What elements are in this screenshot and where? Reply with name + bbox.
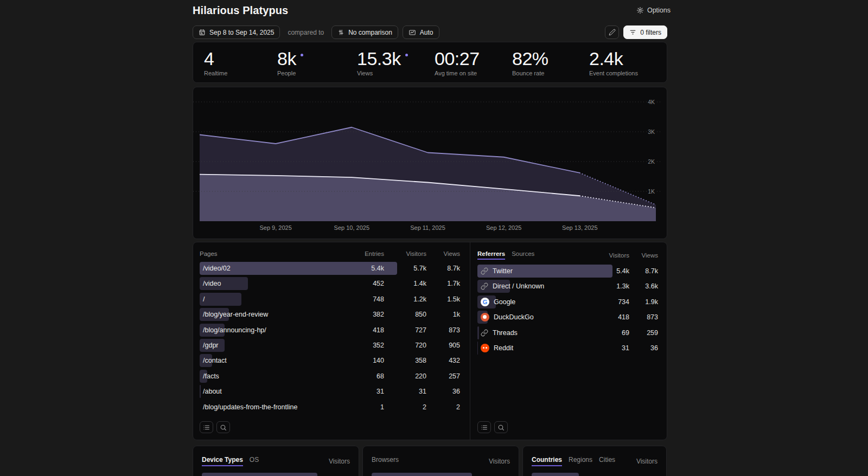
- filters-button[interactable]: 0 filters: [623, 25, 667, 39]
- tab-browsers[interactable]: Browsers: [372, 456, 399, 466]
- table-row[interactable]: GGoogle7341.9k: [477, 295, 658, 308]
- y-axis-tick: 2K: [648, 158, 655, 165]
- link-icon: [481, 267, 488, 275]
- pages-rows: /video/025.4k5.7k8.7k/video4521.4k1.7k/7…: [200, 262, 460, 416]
- edit-filters-button[interactable]: [605, 25, 619, 39]
- tab-referrers[interactable]: Referrers: [477, 250, 505, 260]
- page-path: /contact: [200, 357, 342, 364]
- search-referrers-button[interactable]: [494, 421, 508, 433]
- referrers-footer: [477, 421, 658, 433]
- reddit-favicon: [481, 344, 489, 352]
- page-path: /video: [200, 280, 342, 287]
- referrer-name: Twitter: [477, 267, 591, 275]
- time-bucket-button[interactable]: Auto: [403, 25, 439, 39]
- date-range-label: Sep 8 to Sep 14, 2025: [209, 29, 274, 36]
- table-row[interactable]: DuckDuckGo418873: [477, 311, 658, 324]
- column-header-visitors: Visitors: [384, 250, 426, 257]
- expand-list-button[interactable]: [200, 421, 213, 433]
- table-row[interactable]: /7481.2k1.5k: [200, 293, 460, 306]
- referrer-label: Google: [494, 298, 515, 306]
- table-row[interactable]: /video4521.4k1.7k: [200, 277, 460, 290]
- referrer-name: Threads: [477, 329, 591, 337]
- stat-avg-time-on-site[interactable]: 00:27Avg time on site: [435, 49, 512, 76]
- visitors-value: 5.4k: [591, 267, 629, 275]
- tab-sources[interactable]: Sources: [512, 250, 534, 260]
- line-chart-icon: [409, 29, 416, 36]
- tab-os[interactable]: OS: [250, 456, 259, 466]
- table-row[interactable]: /contact140358432: [200, 354, 460, 367]
- views-value: 1.5k: [426, 295, 460, 303]
- stat-realtime[interactable]: 4Realtime: [204, 49, 277, 76]
- visitors-value: 720: [384, 342, 426, 349]
- browsers-tabs: Browsers: [372, 456, 399, 466]
- tab-regions[interactable]: Regions: [569, 456, 592, 466]
- compared-to-label: compared to: [284, 29, 327, 36]
- trend-dot-icon: [405, 54, 408, 56]
- filters-label: 0 filters: [640, 29, 661, 36]
- stat-views[interactable]: 15.3kViews: [357, 49, 435, 76]
- page-path: /: [200, 295, 342, 303]
- views-value: 8.7k: [629, 267, 658, 275]
- referrer-label: DuckDuckGo: [494, 313, 534, 321]
- table-row[interactable]: Twitter5.4k8.7k: [477, 265, 658, 278]
- table-row[interactable]: /about313136: [200, 385, 460, 398]
- comparison-button[interactable]: No comparison: [331, 25, 398, 39]
- referrer-label: Threads: [493, 329, 518, 337]
- stat-value: 4: [204, 49, 214, 68]
- visitors-value: 1.4k: [384, 280, 426, 287]
- entries-value: 31: [342, 388, 384, 395]
- row-bar: [372, 473, 472, 476]
- stat-label: Bounce rate: [512, 70, 589, 76]
- device-types-panel: Device TypesOSVisitors: [193, 446, 359, 476]
- table-row[interactable]: /video/025.4k5.7k8.7k: [200, 262, 460, 275]
- x-axis-tick: Sep 9, 2025: [259, 224, 291, 231]
- expand-list-button[interactable]: [477, 421, 491, 433]
- link-icon: [481, 329, 488, 337]
- tab-countries[interactable]: Countries: [532, 456, 562, 466]
- tab-device-types[interactable]: Device Types: [202, 456, 243, 466]
- options-button[interactable]: Options: [633, 6, 674, 15]
- bottom-panels: Device TypesOSVisitorsBrowsersVisitorsCo…: [193, 446, 667, 476]
- views-value: 259: [629, 329, 658, 337]
- stat-value: 2.4k: [589, 49, 623, 68]
- table-row[interactable]: /blog/year-end-review3828501k: [200, 308, 460, 321]
- stat-label: Event completions: [589, 70, 667, 76]
- stat-event-completions[interactable]: 2.4kEvent completions: [589, 49, 667, 76]
- search-pages-button[interactable]: [216, 421, 230, 433]
- traffic-chart[interactable]: 1K2K3K4KSep 9, 2025Sep 10, 2025Sep 11, 2…: [193, 87, 667, 239]
- y-axis-tick: 3K: [648, 128, 655, 135]
- countries-panel: CountriesRegionsCitiesVisitors: [522, 446, 667, 476]
- toolbar: Sep 8 to Sep 14, 2025 compared to No com…: [193, 25, 667, 39]
- entries-value: 68: [342, 372, 384, 380]
- filter-icon: [629, 29, 636, 36]
- referrer-name: DuckDuckGo: [477, 313, 591, 321]
- stat-label: Avg time on site: [435, 70, 512, 76]
- views-value: 36: [426, 388, 460, 395]
- table-row[interactable]: Threads69259: [477, 326, 658, 339]
- table-row[interactable]: Reddit3136: [477, 342, 658, 355]
- stats-row: 4Realtime8kPeople15.3kViews00:27Avg time…: [193, 42, 667, 83]
- referrer-label: Twitter: [493, 267, 513, 275]
- referrer-name: Direct / Unknown: [477, 282, 591, 290]
- tab-cities[interactable]: Cities: [599, 456, 615, 466]
- views-value: 36: [629, 344, 658, 352]
- tables-card: Pages Entries Visitors Views /video/025.…: [193, 242, 667, 440]
- table-row[interactable]: /blog/updates-from-the-frontline122: [200, 401, 460, 414]
- date-range-button[interactable]: Sep 8 to Sep 14, 2025: [193, 25, 280, 39]
- table-row[interactable]: Direct / Unknown1.3k3.6k: [477, 280, 658, 293]
- y-axis-tick: 4K: [648, 99, 655, 105]
- visitors-value: 2: [384, 403, 426, 411]
- x-axis-tick: Sep 13, 2025: [562, 224, 597, 231]
- browsers-panel: BrowsersVisitors: [362, 446, 519, 476]
- table-row[interactable]: /facts68220257: [200, 370, 460, 383]
- table-row[interactable]: /gdpr352720905: [200, 339, 460, 352]
- table-row[interactable]: /blog/announcing-hp/418727873: [200, 324, 460, 337]
- pages-title: Pages: [200, 250, 342, 257]
- stat-bounce-rate[interactable]: 82%Bounce rate: [512, 49, 589, 76]
- referrers-rows: Twitter5.4k8.7kDirect / Unknown1.3k3.6kG…: [477, 265, 658, 357]
- stat-people[interactable]: 8kPeople: [277, 49, 357, 76]
- entries-value: 1: [342, 403, 384, 411]
- page-path: /gdpr: [200, 342, 342, 349]
- stat-label: Realtime: [204, 70, 277, 76]
- time-bucket-label: Auto: [420, 29, 433, 36]
